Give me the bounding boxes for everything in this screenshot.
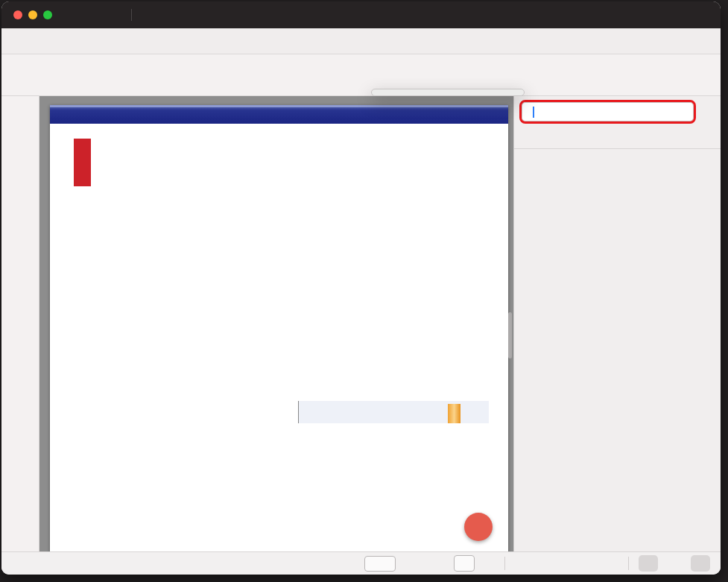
fit-width-button[interactable] bbox=[555, 557, 569, 570]
collapse-group-icon[interactable] bbox=[523, 158, 533, 168]
mini-chart-plot bbox=[298, 401, 489, 423]
minimize-window-button[interactable] bbox=[28, 10, 37, 19]
redo-button[interactable] bbox=[33, 33, 49, 49]
result-navigation bbox=[674, 129, 712, 142]
window-controls bbox=[1, 10, 63, 19]
next-page-button[interactable] bbox=[409, 557, 422, 570]
tab-separator bbox=[131, 9, 132, 21]
fit-screen-button[interactable] bbox=[515, 557, 528, 570]
next-result-button[interactable] bbox=[698, 129, 712, 142]
search-results-list bbox=[514, 174, 721, 551]
tools-toolbar bbox=[1, 54, 721, 96]
chevron-down-icon bbox=[461, 560, 469, 568]
close-window-button[interactable] bbox=[13, 10, 22, 19]
report-banner bbox=[50, 105, 508, 124]
title-bar bbox=[1, 1, 721, 28]
divider bbox=[504, 557, 505, 570]
content-area bbox=[1, 96, 721, 551]
new-tab-button[interactable] bbox=[138, 9, 150, 21]
search-results-panel bbox=[513, 96, 721, 551]
two-column-block bbox=[72, 206, 489, 382]
satisfaction-pie-chart bbox=[312, 225, 488, 371]
tab-close-icon[interactable] bbox=[106, 9, 118, 21]
ocr-dropdown-menu bbox=[371, 89, 525, 96]
continuous-view-button[interactable] bbox=[691, 555, 710, 572]
text-column bbox=[72, 206, 299, 382]
day-mode-select[interactable] bbox=[595, 560, 618, 568]
previous-result-button[interactable] bbox=[674, 129, 688, 142]
page-number-input[interactable] bbox=[364, 556, 396, 572]
menu-bar bbox=[1, 28, 721, 54]
assistant-floating-button[interactable] bbox=[464, 513, 493, 541]
page-bottom-row bbox=[72, 401, 489, 423]
tab-options-icon[interactable] bbox=[86, 9, 98, 21]
found-row bbox=[514, 126, 721, 149]
text-caret bbox=[533, 107, 534, 118]
document-scrollbar[interactable] bbox=[508, 312, 512, 358]
app-window bbox=[1, 1, 721, 575]
last-page-button[interactable] bbox=[429, 557, 443, 570]
title-accent-bar bbox=[74, 139, 91, 186]
page-group-header[interactable] bbox=[514, 149, 721, 174]
chevron-down-icon bbox=[607, 560, 615, 568]
two-page-view-button[interactable] bbox=[665, 555, 684, 572]
mini-bar-chart bbox=[296, 401, 489, 423]
chart-column bbox=[311, 206, 489, 382]
search-row bbox=[514, 96, 721, 126]
fit-height-button[interactable] bbox=[535, 557, 548, 570]
close-search-panel-icon[interactable] bbox=[700, 105, 713, 118]
actual-size-button[interactable] bbox=[575, 557, 589, 570]
fullscreen-window-button[interactable] bbox=[43, 10, 52, 19]
bottom-toolbar bbox=[1, 551, 721, 575]
document-tab[interactable] bbox=[63, 1, 125, 28]
undo-button[interactable] bbox=[9, 33, 25, 49]
divider bbox=[628, 557, 629, 570]
previous-page-button[interactable] bbox=[344, 557, 358, 570]
zoom-level-select[interactable] bbox=[454, 555, 475, 572]
orange-bar bbox=[448, 404, 460, 423]
document-area[interactable] bbox=[39, 96, 513, 551]
zoom-in-button[interactable] bbox=[481, 557, 495, 570]
left-sidebar bbox=[1, 96, 39, 551]
pdf-page bbox=[50, 105, 508, 551]
search-input-box[interactable] bbox=[522, 102, 694, 121]
document-title-row bbox=[72, 136, 489, 186]
single-page-view-button[interactable] bbox=[639, 555, 658, 572]
first-page-button[interactable] bbox=[324, 557, 338, 570]
